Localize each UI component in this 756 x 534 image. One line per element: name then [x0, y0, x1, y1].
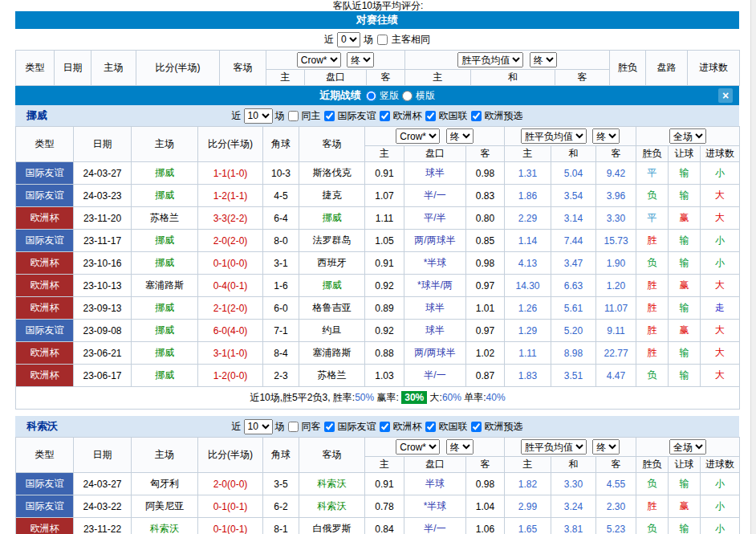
home-team-cell: 挪威: [132, 297, 198, 320]
match-row: 欧洲杯23-11-20苏格兰3-3(2-2)6-4挪威1.11平/半0.802.…: [16, 207, 740, 230]
norway-same-venue-label: 同主: [302, 109, 321, 123]
corner-cell: 8-4: [263, 342, 299, 365]
h2h-avg-final-select[interactable]: 终: [530, 52, 557, 67]
kosovo-league-checkbox-0[interactable]: [324, 422, 335, 432]
norway-near-count-select[interactable]: 10: [244, 108, 273, 124]
avg-away-cell: 22.77: [596, 342, 636, 365]
h2h-title-bar: 对赛往绩: [15, 11, 739, 29]
away-odds-cell: 0.98: [466, 473, 505, 495]
kosovo-avg-final-select[interactable]: 终: [592, 439, 620, 455]
handicap-result-cell: 输: [669, 252, 701, 275]
vertical-layout-radio[interactable]: [366, 91, 376, 101]
norway-scope-select[interactable]: 全场: [669, 128, 706, 144]
handicap-result-cell: 输: [669, 365, 701, 387]
away-team-cell: 斯洛伐克: [299, 162, 365, 185]
page-scrollbar[interactable]: [750, 0, 756, 534]
score-cell: 2-0(2-0): [198, 230, 263, 252]
col-date: 日期: [74, 127, 132, 162]
goals-cell: 小: [701, 162, 740, 185]
stat-text: 单率:: [461, 392, 486, 403]
league-cell: 欧洲杯: [16, 365, 74, 387]
norway-league-checkbox-0[interactable]: [324, 111, 335, 121]
kosovo-avg-select[interactable]: 胜平负均值: [521, 439, 587, 455]
match-row: 欧洲杯23-10-13塞浦路斯0-4(0-1)1-6挪威0.92*球半/两0.9…: [16, 275, 740, 297]
norway-filter-controls: 近 10 场 同主 国际友谊 欧洲杯 欧国联 欧洲预选: [15, 105, 739, 126]
avg-away-cell: 4.55: [596, 473, 636, 495]
h2h-col-goals: 进球数: [688, 51, 740, 86]
home-odds-cell: 0.89: [365, 297, 404, 320]
team-name-norway: 挪威: [26, 108, 47, 123]
score-cell: 1-2(1-1): [198, 185, 263, 207]
h2h-odds-final-select[interactable]: 终: [347, 52, 374, 67]
h2h-col-odds-away: 客: [367, 70, 405, 86]
date-cell: 24-03-22: [74, 495, 132, 518]
date-cell: 23-11-20: [74, 207, 132, 230]
corner-cell: 6-0: [263, 297, 299, 320]
main-content: 对赛往绩 近 0 场 主客相同 类型 日期 主场 比分(半场) 客场 Crow*…: [15, 11, 739, 534]
vertical-layout-label: 竖版: [380, 87, 399, 104]
home-team-cell: 科索沃: [132, 518, 198, 534]
home-team-cell: 挪威: [132, 185, 198, 207]
col-corner: 角球: [263, 127, 299, 162]
col-home: 主场: [132, 438, 198, 473]
home-team-cell: 塞浦路斯: [132, 275, 198, 297]
handicap-cell: 球半: [404, 162, 466, 185]
date-cell: 23-06-17: [74, 365, 132, 387]
kosovo-scope-select[interactable]: 全场: [669, 439, 706, 455]
norway-avg-final-select[interactable]: 终: [592, 128, 620, 144]
away-odds-cell: 0.98: [466, 252, 505, 275]
col-avg-draw: 和: [551, 457, 596, 473]
h2h-avg-select[interactable]: 胜平负均值: [457, 52, 523, 67]
horizontal-layout-radio[interactable]: [402, 91, 413, 101]
norway-same-venue-checkbox[interactable]: [288, 111, 299, 121]
handicap-result-cell: 输: [669, 473, 701, 495]
norway-league-checkbox-3[interactable]: [471, 111, 482, 121]
top-partial-text: 客队近10场平均评分:: [0, 0, 756, 11]
stat-text: 近10场,胜5平2负3, 胜率:: [250, 392, 355, 403]
recent-results-title: 近期战绩: [319, 87, 361, 104]
h2h-col-odds-home: 主: [266, 70, 305, 86]
result-cell: 负: [636, 473, 669, 495]
handicap-cell: *半球: [404, 252, 466, 275]
h2h-near-count-select[interactable]: 0: [337, 32, 360, 47]
avg-away-cell: 9.42: [596, 162, 636, 185]
avg-home-cell: 1.82: [505, 473, 551, 495]
h2h-same-venue-checkbox[interactable]: [377, 35, 388, 45]
h2h-col-handicap: 盘口: [305, 70, 367, 86]
h2h-odds-company-select[interactable]: Crow*: [297, 52, 341, 67]
norway-avg-select[interactable]: 胜平负均值: [521, 128, 587, 144]
away-team-cell: 约旦: [299, 320, 365, 342]
kosovo-league-checkbox-2[interactable]: [425, 422, 436, 432]
home-odds-cell: 0.92: [365, 320, 404, 342]
kosovo-league-checkbox-1[interactable]: [380, 422, 390, 432]
away-team-cell: 白俄罗斯: [299, 518, 365, 534]
home-team-cell: 苏格兰: [132, 207, 198, 230]
close-icon[interactable]: ×: [718, 88, 733, 103]
h2h-col-date: 日期: [55, 51, 91, 86]
home-odds-cell: 1.03: [365, 365, 404, 387]
avg-home-cell: 14.30: [505, 275, 551, 297]
stat-text: 大:: [427, 392, 442, 403]
handicap-result-cell: 输: [669, 185, 701, 207]
kosovo-form-table: 类型 日期 主场 比分(半场) 角球 客场 Crow* 终 胜平负均值 终 全场: [15, 437, 740, 534]
away-odds-cell: 0.80: [466, 207, 505, 230]
kosovo-odds-final-select[interactable]: 终: [446, 439, 474, 455]
norway-odds-final-select[interactable]: 终: [446, 128, 474, 144]
col-handicap-result: 让球: [669, 146, 701, 162]
corner-cell: 3-1: [263, 252, 299, 275]
league-cell: 欧洲杯: [16, 252, 74, 275]
handicap-result-cell: 赢: [669, 275, 701, 297]
col-type: 类型: [16, 438, 74, 473]
handicap-result-cell: 输: [669, 162, 701, 185]
kosovo-near-count-select[interactable]: 10: [244, 419, 273, 434]
kosovo-odds-company-select[interactable]: Crow*: [396, 439, 440, 455]
away-team-cell: 捷克: [299, 185, 365, 207]
norway-avg-header: 胜平负均值 终: [505, 127, 636, 146]
norway-odds-company-select[interactable]: Crow*: [396, 128, 440, 144]
norway-league-checkbox-2[interactable]: [425, 111, 436, 121]
col-odds-home: 主: [365, 146, 404, 162]
home-odds-cell: 0.78: [365, 495, 404, 518]
kosovo-league-checkbox-3[interactable]: [471, 422, 482, 432]
kosovo-same-venue-checkbox[interactable]: [288, 422, 299, 432]
norway-league-checkbox-1[interactable]: [380, 111, 390, 121]
